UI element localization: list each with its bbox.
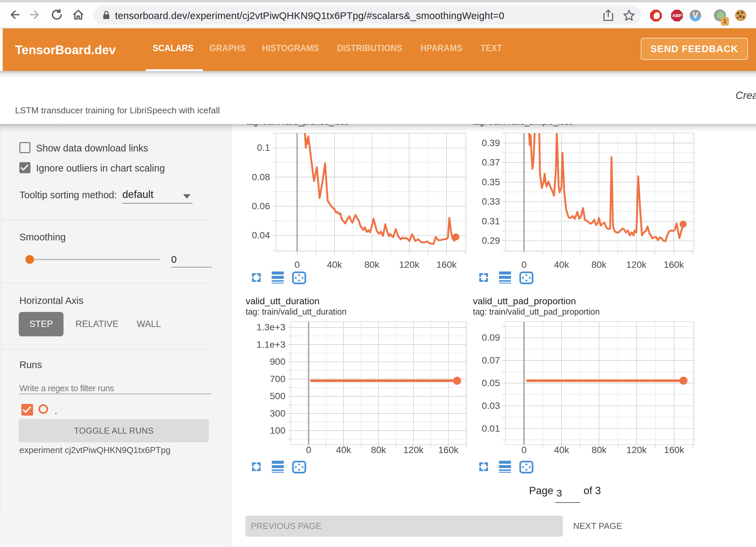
- svg-text:160k: 160k: [664, 445, 685, 455]
- svg-text:0.09: 0.09: [482, 332, 500, 343]
- svg-text:0.04: 0.04: [252, 230, 270, 240]
- svg-text:160k: 160k: [436, 259, 457, 270]
- svg-text:40k: 40k: [336, 445, 351, 455]
- svg-text:0.29: 0.29: [482, 235, 500, 246]
- svg-text:0.35: 0.35: [482, 177, 500, 187]
- svg-text:0: 0: [306, 445, 311, 455]
- svg-text:160k: 160k: [438, 445, 459, 455]
- svg-text:80k: 80k: [591, 259, 607, 270]
- svg-text:80k: 80k: [592, 445, 607, 455]
- svg-text:0: 0: [521, 445, 527, 455]
- svg-text:0.03: 0.03: [482, 401, 500, 411]
- svg-text:120k: 120k: [399, 259, 420, 270]
- svg-text:500: 500: [270, 391, 285, 401]
- svg-text:40k: 40k: [554, 445, 570, 455]
- svg-text:0: 0: [521, 259, 527, 270]
- svg-text:40k: 40k: [554, 259, 569, 270]
- svg-text:40k: 40k: [327, 259, 342, 270]
- svg-text:900: 900: [270, 356, 285, 367]
- svg-text:700: 700: [270, 374, 285, 384]
- svg-text:100: 100: [270, 425, 285, 436]
- svg-text:300: 300: [270, 408, 285, 419]
- svg-text:0.31: 0.31: [482, 216, 500, 226]
- svg-text:tag: train/valid_utt_duration: tag: train/valid_utt_duration: [246, 307, 347, 316]
- svg-text:120k: 120k: [403, 445, 424, 455]
- svg-text:120k: 120k: [626, 445, 647, 455]
- svg-text:0.08: 0.08: [252, 172, 270, 182]
- svg-text:0.1: 0.1: [257, 142, 270, 153]
- svg-text:0.37: 0.37: [482, 157, 500, 168]
- svg-text:valid_utt_pad_proportion: valid_utt_pad_proportion: [473, 296, 576, 306]
- svg-text:0.33: 0.33: [482, 196, 500, 207]
- svg-text:0.01: 0.01: [482, 423, 500, 434]
- svg-text:160k: 160k: [664, 259, 684, 270]
- svg-text:120k: 120k: [626, 259, 647, 270]
- svg-text:0.39: 0.39: [482, 138, 500, 148]
- svg-text:80k: 80k: [371, 445, 386, 455]
- svg-text:1.3e+3: 1.3e+3: [257, 322, 285, 332]
- svg-text:80k: 80k: [364, 259, 380, 270]
- svg-text:0.05: 0.05: [482, 378, 500, 388]
- svg-text:0.06: 0.06: [252, 201, 270, 211]
- svg-text:tag: train/valid_utt_pad_propo: tag: train/valid_utt_pad_proportion: [473, 307, 600, 316]
- svg-text:0.07: 0.07: [482, 355, 500, 365]
- svg-text:valid_utt_duration: valid_utt_duration: [246, 296, 320, 306]
- svg-text:1.1e+3: 1.1e+3: [257, 339, 285, 350]
- svg-text:0: 0: [294, 259, 300, 270]
